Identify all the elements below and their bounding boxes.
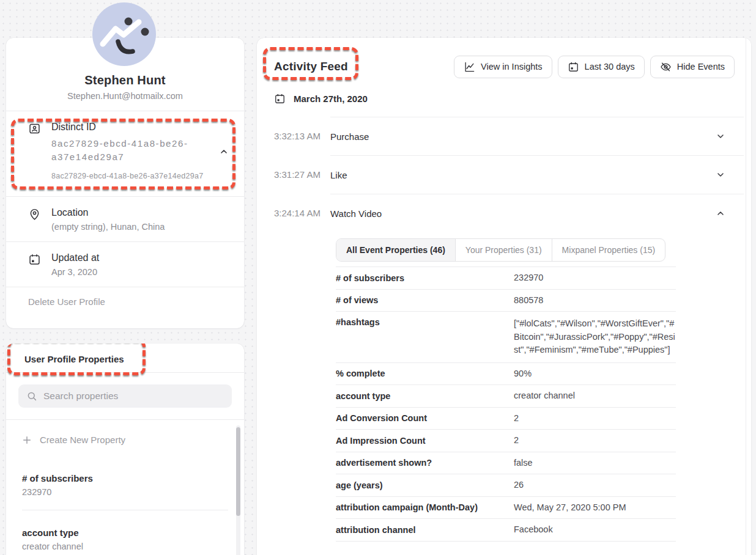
activity-feed-header: Activity Feed View in Insights xyxy=(274,55,744,78)
calendar-icon xyxy=(568,61,579,73)
event-detail-panel: All Event Properties (46) Your Propertie… xyxy=(336,232,676,543)
tab-mixpanel-properties[interactable]: Mixpanel Properties (15) xyxy=(552,239,665,261)
user-profile-properties-card: User Profile Properties Create New Prope… xyxy=(6,344,244,555)
activity-date-header: March 27th, 2020 xyxy=(274,93,744,105)
updated-at-value: Apr 3, 2020 xyxy=(51,267,99,277)
distinct-id-label: Distinct ID xyxy=(51,122,232,133)
property-value: 2 xyxy=(514,434,676,447)
activity-feed-content: Activity Feed View in Insights xyxy=(257,55,751,543)
event-name: Watch Video xyxy=(330,208,382,219)
property-list-item[interactable]: account type creator channel xyxy=(22,510,228,555)
create-new-property-button[interactable]: Create New Property xyxy=(22,435,228,445)
property-key: Ad Conversion Count xyxy=(336,413,514,423)
table-row: attribution campaign (Month-Day) Wed, Ma… xyxy=(336,497,676,520)
property-value: 90% xyxy=(514,367,676,381)
chevron-down-icon xyxy=(716,170,725,180)
distinct-id-full-value: 8ac27829-ebcd-41a8-be26-a37e14ed29a7 xyxy=(51,172,232,180)
delete-user-profile-link[interactable]: Delete User Profile xyxy=(6,287,244,317)
properties-search-input[interactable] xyxy=(43,391,224,402)
table-row: #hashtags ["#lolCats","#Wilson","#WorstG… xyxy=(336,312,676,363)
chevron-up-icon xyxy=(716,208,725,218)
event-properties-tabs: All Event Properties (46) Your Propertie… xyxy=(336,238,665,262)
table-row: % complete 90% xyxy=(336,363,676,386)
properties-list: Create New Property # of subscribers 232… xyxy=(6,420,244,555)
property-key: # of subscribers xyxy=(336,273,514,283)
property-value: false xyxy=(514,457,676,470)
table-row: Ad Conversion Count 2 xyxy=(336,408,676,430)
properties-panel-title: User Profile Properties xyxy=(24,354,124,364)
user-profile-card: Stephen Hunt Stephen.Hunt@hotmailx.com D… xyxy=(6,38,244,328)
property-key: attribution channel xyxy=(336,525,514,535)
calendar-icon xyxy=(28,253,41,266)
properties-panel-header: User Profile Properties xyxy=(6,344,244,373)
location-pin-icon xyxy=(28,208,41,221)
user-email: Stephen.Hunt@hotmailx.com xyxy=(16,91,234,101)
event-list: 3:32:13 AM Purchase 3:31:27 AM Like xyxy=(274,117,744,543)
activity-feed-card: Activity Feed View in Insights xyxy=(257,38,751,555)
table-row: # of views 880578 xyxy=(336,290,676,312)
property-value: 26 xyxy=(514,479,676,492)
location-label: Location xyxy=(51,207,165,218)
line-chart-icon xyxy=(464,61,475,73)
table-row: Ad Impression Count 2 xyxy=(336,430,676,452)
updated-at-label: Updated at xyxy=(51,252,99,263)
location-value: (empty string), Hunan, China xyxy=(51,222,165,232)
event-row-toggle[interactable]: Watch Video xyxy=(330,194,744,232)
distinct-id-value: 8ac27829-ebcd-41a8-be26- a37e14ed29a7 xyxy=(51,137,232,164)
id-badge-icon xyxy=(28,122,41,135)
property-key: attribution campaign (Month-Day) xyxy=(336,502,514,512)
event-name: Like xyxy=(330,170,347,180)
activity-feed-toolbar: View in Insights Last 30 days xyxy=(454,56,735,78)
distinct-id-section: Distinct ID 8ac27829-ebcd-41a8-be26- a37… xyxy=(6,111,244,196)
property-value: Facebook xyxy=(514,523,676,537)
event-row-toggle[interactable]: Purchase xyxy=(330,117,744,155)
property-value: 232970 xyxy=(22,487,228,497)
event-row: 3:24:14 AM Watch Video xyxy=(274,194,744,232)
view-in-insights-button[interactable]: View in Insights xyxy=(454,56,552,78)
event-row-toggle[interactable]: Like xyxy=(330,155,744,194)
property-key: % complete xyxy=(336,369,514,378)
property-value: creator channel xyxy=(514,389,676,403)
property-name: # of subscribers xyxy=(22,473,228,483)
properties-scrollbar-track[interactable] xyxy=(236,425,240,555)
chevron-up-icon xyxy=(219,147,229,156)
property-value: Wed, May 27, 2020 5:00 PM xyxy=(514,501,676,515)
mixpanel-user-profile-page: Stephen Hunt Stephen.Hunt@hotmailx.com D… xyxy=(0,0,756,555)
properties-search-box[interactable] xyxy=(18,384,232,408)
distinct-id-collapse-button[interactable] xyxy=(218,147,229,158)
search-icon xyxy=(26,391,37,402)
calendar-icon xyxy=(274,93,286,105)
properties-scrollbar-thumb[interactable] xyxy=(236,427,240,516)
property-key: Ad Impression Count xyxy=(336,436,514,446)
event-row: 3:31:27 AM Like xyxy=(274,155,744,194)
table-row: attribution channel Facebook xyxy=(336,519,676,542)
location-section: Location (empty string), Hunan, China xyxy=(6,196,244,241)
event-time: 3:32:13 AM xyxy=(274,117,330,155)
updated-at-section: Updated at Apr 3, 2020 xyxy=(6,241,244,287)
hide-events-button[interactable]: Hide Events xyxy=(650,56,735,78)
property-value: 232970 xyxy=(514,271,676,285)
eye-off-icon xyxy=(660,61,672,73)
property-key: # of views xyxy=(336,295,514,305)
user-avatar xyxy=(92,2,156,66)
table-row: account type creator channel xyxy=(336,385,676,408)
tab-your-properties[interactable]: Your Properties (31) xyxy=(455,239,552,261)
event-time: 3:24:14 AM xyxy=(274,194,330,232)
event-properties-table: # of subscribers 232970 # of views 88057… xyxy=(336,266,676,542)
chevron-down-icon xyxy=(716,131,725,141)
user-name: Stephen Hunt xyxy=(16,73,234,87)
property-list-item[interactable]: # of subscribers 232970 xyxy=(22,456,228,510)
event-row: 3:32:13 AM Purchase xyxy=(274,117,744,155)
date-range-button[interactable]: Last 30 days xyxy=(558,56,645,78)
table-row: advertisement shown? false xyxy=(336,452,676,475)
activity-scrollbar-gutter[interactable] xyxy=(746,38,751,555)
property-key: age (years) xyxy=(336,480,514,490)
plus-icon xyxy=(22,435,32,445)
property-value: 880578 xyxy=(514,294,676,307)
table-row: # of subscribers 232970 xyxy=(336,266,676,290)
property-value: creator channel xyxy=(22,542,228,551)
table-row: age (years) 26 xyxy=(336,474,676,497)
tab-all-event-properties[interactable]: All Event Properties (46) xyxy=(336,239,455,261)
activity-feed-title: Activity Feed xyxy=(274,60,348,73)
property-key: advertisement shown? xyxy=(336,458,514,468)
